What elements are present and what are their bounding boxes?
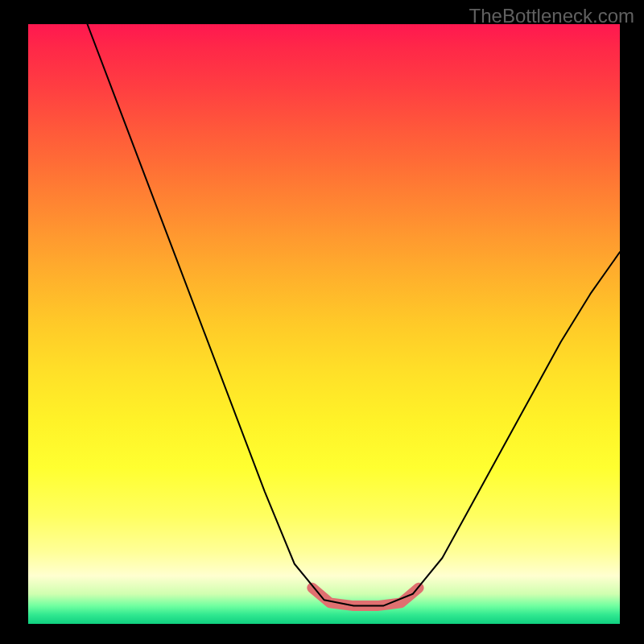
watermark-text: TheBottleneck.com [469, 5, 634, 27]
chart-plot-area [28, 24, 620, 624]
main-curve [88, 24, 621, 606]
chart-curves-svg [28, 24, 620, 624]
highlight-curve [312, 588, 419, 605]
